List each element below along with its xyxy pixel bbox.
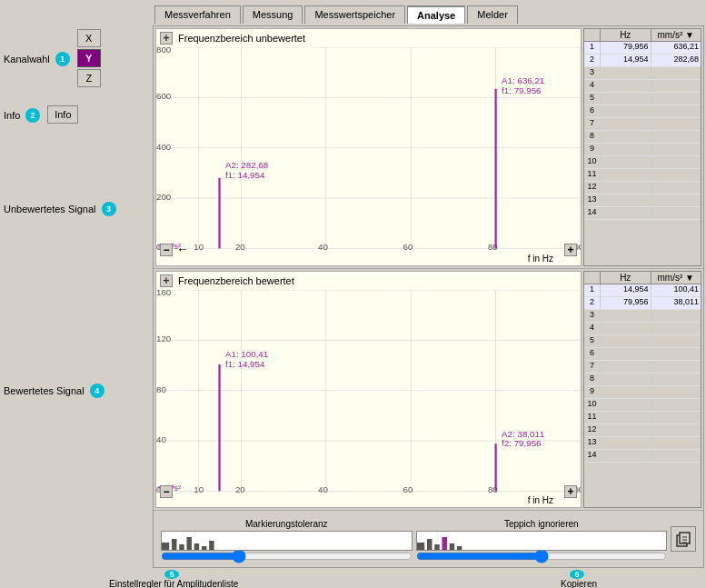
cell-num: 13 bbox=[584, 437, 601, 449]
tab-analyse[interactable]: Analyse bbox=[407, 5, 465, 24]
kanalwahl-label: Kanalwahl bbox=[4, 54, 50, 65]
copy-button[interactable] bbox=[671, 526, 696, 552]
svg-rect-64 bbox=[426, 539, 431, 550]
chart1-scroll-btn[interactable]: ▼ bbox=[685, 30, 694, 40]
chart2-table-header: Hz mm/s² ▼ bbox=[584, 272, 701, 284]
cell-hz bbox=[601, 144, 651, 155]
cell-num: 7 bbox=[584, 361, 601, 373]
btn-y[interactable]: Y bbox=[77, 49, 101, 67]
cell-hz bbox=[601, 424, 651, 436]
cell-num: 14 bbox=[584, 207, 601, 219]
cell-hz bbox=[601, 67, 651, 79]
tab-messverfahren[interactable]: Messverfahren bbox=[154, 5, 241, 24]
tab-melder[interactable]: Melder bbox=[467, 5, 518, 24]
table-row: 5 bbox=[584, 335, 701, 348]
cell-mms bbox=[651, 144, 701, 155]
copy-badge: 6 bbox=[570, 570, 584, 579]
bewertetes-badge: 4 bbox=[90, 384, 104, 398]
chart2-table: Hz mm/s² ▼ 1 14,954 100,41 2 79,956 38,0… bbox=[583, 271, 701, 509]
slider1-badge: 5 bbox=[164, 570, 179, 579]
svg-rect-58 bbox=[179, 544, 184, 550]
copy-annotation: Kopieren bbox=[561, 579, 597, 588]
cell-mms bbox=[651, 450, 701, 462]
svg-rect-57 bbox=[172, 539, 176, 550]
tab-messung[interactable]: Messung bbox=[243, 5, 303, 24]
svg-text:A1: 636,21: A1: 636,21 bbox=[502, 76, 544, 86]
chart1-col-num bbox=[584, 29, 601, 41]
table-row: 3 bbox=[584, 310, 701, 323]
tab-messwertspeicher[interactable]: Messwertspeicher bbox=[304, 5, 405, 24]
slider2-label: Teppich ignorieren bbox=[504, 519, 579, 529]
cell-num: 4 bbox=[584, 80, 601, 92]
chart2-row: + Frequenzbereich bewertet bbox=[154, 269, 703, 512]
table-row[interactable]: 2 14,954 282,68 bbox=[584, 55, 701, 67]
table-row[interactable]: 1 79,956 636,21 bbox=[584, 42, 701, 55]
btn-z[interactable]: Z bbox=[77, 69, 101, 87]
chart1-zoom-minus[interactable]: − bbox=[160, 244, 173, 256]
table-row[interactable]: 2 79,956 38,011 bbox=[584, 297, 701, 310]
sidebar: Kanalwahl 1 X Y Z Info 2 Info Unbewertet… bbox=[0, 24, 153, 568]
cell-hz bbox=[601, 323, 651, 334]
bottom-annotations: 5 Einstellregler für Amplitudenliste 6 K… bbox=[0, 568, 706, 588]
cell-mms bbox=[651, 67, 701, 79]
kanalwahl-section: Kanalwahl 1 X Y Z bbox=[0, 24, 153, 91]
cell-mms bbox=[651, 361, 701, 373]
chart1-zoom-plus-bottom[interactable]: + bbox=[564, 244, 577, 256]
cell-num: 11 bbox=[584, 412, 601, 424]
cell-hz bbox=[601, 399, 651, 411]
cell-mms bbox=[651, 80, 701, 92]
cell-mms bbox=[651, 105, 701, 117]
table-row: 6 bbox=[584, 348, 701, 361]
cell-num: 4 bbox=[584, 323, 601, 334]
slider1-mini bbox=[161, 531, 413, 551]
cell-mms bbox=[651, 93, 701, 105]
cell-num: 6 bbox=[584, 348, 601, 360]
chart1-table-body: 1 79,956 636,21 2 14,954 282,68 3 4 5 6 … bbox=[584, 42, 701, 220]
table-row: 3 bbox=[584, 67, 701, 80]
table-row[interactable]: 1 14,954 100,41 bbox=[584, 284, 701, 297]
svg-text:f1: 79,956: f1: 79,956 bbox=[502, 85, 541, 95]
cell-mms bbox=[651, 386, 701, 398]
cell-hz bbox=[601, 118, 651, 130]
slider1-input[interactable] bbox=[161, 553, 413, 560]
cell-num: 3 bbox=[584, 310, 601, 322]
cell-num: 14 bbox=[584, 450, 601, 462]
chart1-zoom-plus[interactable]: + bbox=[160, 32, 173, 45]
chart2-zoom-minus[interactable]: − bbox=[160, 485, 173, 498]
svg-text:10: 10 bbox=[194, 243, 204, 251]
chart1-plot: + Frequenzbereich unbewertet bbox=[155, 28, 582, 266]
cell-hz: 79,956 bbox=[601, 42, 651, 54]
svg-text:80: 80 bbox=[156, 384, 166, 394]
svg-rect-66 bbox=[442, 537, 446, 550]
svg-text:60: 60 bbox=[403, 484, 413, 493]
table-row: 10 bbox=[584, 399, 701, 412]
table-row: 4 bbox=[584, 323, 701, 335]
cell-num: 2 bbox=[584, 297, 601, 309]
table-row: 14 bbox=[584, 207, 701, 220]
svg-rect-62 bbox=[209, 541, 214, 550]
svg-text:f2: 79,956: f2: 79,956 bbox=[502, 438, 541, 448]
chart2-scroll-btn[interactable]: ▼ bbox=[685, 273, 694, 283]
chart1-title: Frequenzbereich unbewertet bbox=[178, 33, 305, 44]
slider2-input[interactable] bbox=[416, 553, 668, 560]
svg-text:20: 20 bbox=[235, 243, 245, 251]
cell-num: 13 bbox=[584, 194, 601, 206]
table-row: 4 bbox=[584, 80, 701, 93]
chart2-zoom-plus[interactable]: + bbox=[160, 274, 173, 287]
btn-x[interactable]: X bbox=[77, 29, 101, 47]
table-row: 6 bbox=[584, 105, 701, 118]
btn-info[interactable]: Info bbox=[47, 105, 78, 124]
svg-text:40: 40 bbox=[318, 243, 328, 251]
cell-mms bbox=[651, 374, 701, 385]
svg-rect-60 bbox=[194, 543, 199, 550]
chart2-zoom-plus-bottom[interactable]: + bbox=[564, 485, 577, 498]
info-badge: 2 bbox=[25, 108, 40, 123]
chart2-col-hz: Hz bbox=[601, 272, 651, 284]
chart2-title: Frequenzbereich bewertet bbox=[178, 275, 294, 286]
unbewertetes-section: Unbewertetes Signal 3 bbox=[0, 200, 153, 218]
chart1-col-hz: Hz bbox=[601, 29, 651, 41]
svg-text:160: 160 bbox=[156, 290, 171, 297]
bewertetes-section: Bewertetes Signal 4 bbox=[0, 382, 153, 400]
svg-text:10: 10 bbox=[194, 484, 204, 493]
cell-mms bbox=[651, 335, 701, 347]
